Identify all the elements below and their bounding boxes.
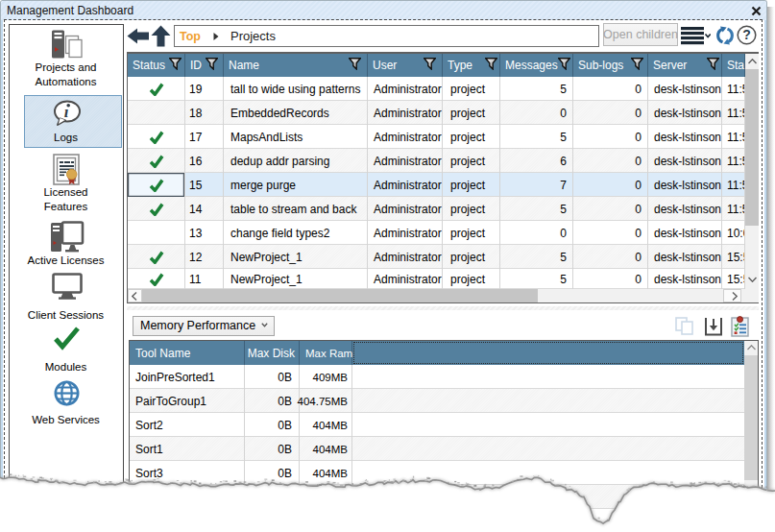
svg-text:?: ?: [742, 27, 751, 42]
